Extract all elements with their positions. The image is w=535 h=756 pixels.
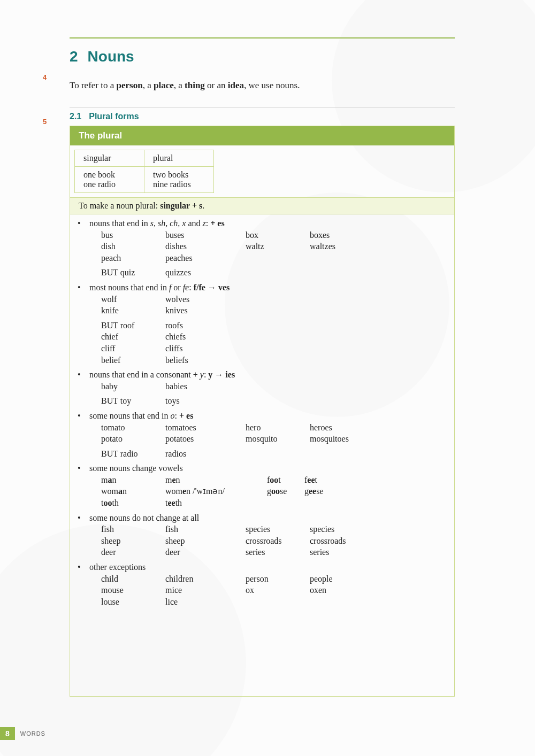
chapter-title-text: Nouns (88, 48, 134, 65)
rule-other: • other exceptions childchildrenpersonpe… (74, 561, 450, 607)
page-number: 8 (0, 727, 15, 740)
rule-title: some nouns change vowels (89, 462, 450, 474)
rule-vowel-change: • some nouns change vowels man men foot … (74, 462, 450, 508)
bullet-icon: • (74, 561, 89, 573)
chapter-number: 2 (70, 48, 78, 65)
margin-number-4: 4 (43, 73, 47, 81)
subsection-heading: 2.1Plural forms (70, 112, 455, 121)
table-header-singular: singular (75, 150, 144, 167)
page-content: 4 5 2Nouns To refer to a person, a place… (70, 37, 455, 697)
rule-title: nouns that end in s, sh, ch, x and z: + … (89, 218, 450, 229)
rule-title: most nouns that end in f or fe: f/fe → v… (89, 282, 450, 294)
bullet-icon: • (74, 410, 89, 422)
rule-title: nouns that end in a consonant + y: y → i… (89, 369, 450, 381)
rule-title: some nouns do not change at all (89, 512, 450, 524)
top-rule (70, 37, 455, 38)
bullet-icon: • (74, 218, 89, 229)
bullet-icon: • (74, 462, 89, 474)
subsection-heading-wrap: 2.1Plural forms (70, 107, 455, 121)
rules-list: • nouns that end in s, sh, ch, x and z: … (70, 214, 454, 696)
rule-es: • nouns that end in s, sh, ch, x and z: … (74, 218, 450, 279)
rule-oes: • some nouns that end in o: + es tomatot… (74, 410, 450, 459)
plural-rule: To make a noun plural: singular + s. (70, 197, 454, 214)
table-cell: two booksnine radios (144, 167, 214, 193)
singular-plural-table: singular plural one bookone radio two bo… (74, 150, 214, 193)
bullet-icon: • (74, 512, 89, 524)
rule-ves: • most nouns that end in f or fe: f/fe →… (74, 282, 450, 366)
rule-ies: • nouns that end in a consonant + y: y →… (74, 369, 450, 407)
bullet-icon: • (74, 282, 89, 294)
page-footer: 8 WORDS (0, 727, 45, 740)
table-header-plural: plural (144, 150, 214, 167)
subsection-number: 2.1 (70, 112, 81, 121)
intro-paragraph: To refer to a person, a place, a thing o… (70, 80, 455, 91)
box-header: The plural (70, 126, 454, 145)
margin-number-5: 5 (43, 118, 47, 126)
rule-title: other exceptions (89, 561, 450, 573)
chapter-heading: 2Nouns (70, 48, 455, 65)
subsection-title: Plural forms (89, 112, 139, 121)
section-label: WORDS (20, 730, 45, 737)
rule-no-change: • some nouns do not change at all fishfi… (74, 512, 450, 558)
plural-box: The plural singular plural one bookone r… (70, 126, 455, 697)
bullet-icon: • (74, 369, 89, 381)
table-cell: one bookone radio (75, 167, 144, 193)
rule-title: some nouns that end in o: + es (89, 410, 450, 422)
